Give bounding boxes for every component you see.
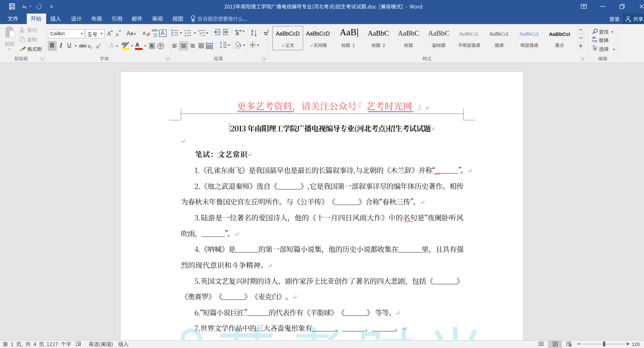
svg-text:i: i bbox=[201, 34, 202, 37]
svg-text:3: 3 bbox=[185, 34, 186, 37]
svg-text:ab: ab bbox=[592, 36, 596, 39]
svg-text:ac: ac bbox=[594, 39, 598, 43]
